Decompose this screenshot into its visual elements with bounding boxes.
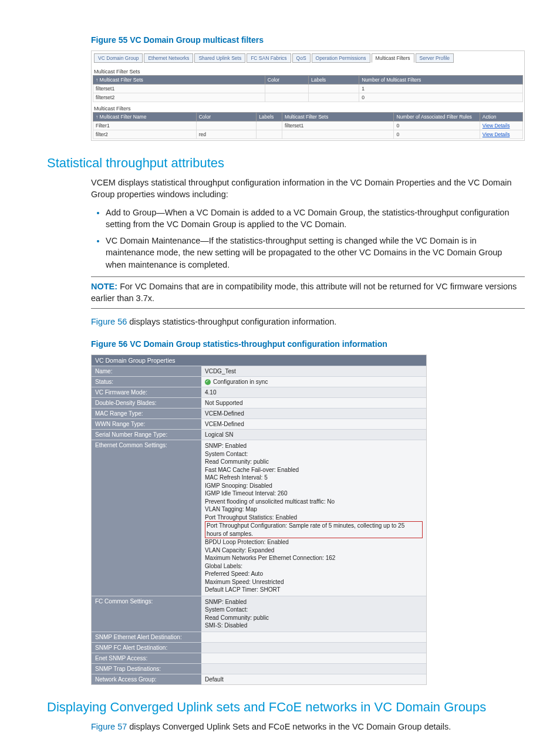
fig56-eth-label: Ethernet Common Settings: (92, 440, 201, 596)
fig55-t2-header[interactable]: Action (480, 113, 522, 121)
fig55-table-filters: ↑ Multicast Filter NameColorLabelsMultic… (93, 112, 523, 139)
fig56-eth-line: Prevent flooding of unsolicited multicas… (205, 498, 423, 506)
view-details-link[interactable]: View Details (483, 131, 510, 137)
fig55-section2-label: Multicast Filters (93, 102, 523, 112)
note-block: NOTE: For VC Domains that are in compati… (91, 276, 525, 309)
fig56-lead-rest: displays statistics-throughput configura… (127, 317, 336, 326)
fig57-lead-rest: displays Converged Uplink Sets and FCoE … (127, 722, 451, 731)
fig56-eth-line: Maximum Networks Per Ethernet Connection… (205, 554, 423, 562)
list-item: VC Domain Maintenance—If the statistics-… (106, 235, 525, 271)
cell (257, 130, 282, 139)
cell[interactable]: View Details (480, 130, 522, 139)
cell (265, 85, 308, 93)
cell: filterset2 (93, 93, 265, 102)
fig56-eth-highlighted-line: Port Throughput Configuration: Sample ra… (205, 521, 423, 538)
section-title-converged: Displaying Converged Uplink sets and FCo… (47, 700, 525, 715)
fig56-fc-line: Read Community: public (205, 614, 423, 622)
fig56-fc-line: SNMP: Enabled (205, 598, 423, 606)
fig56-eth-line: Preferred Speed: Auto (205, 570, 423, 578)
cell: 0 (394, 130, 480, 139)
cell: filter2 (93, 130, 197, 139)
fig56-label: MAC Range Type: (92, 409, 201, 418)
fig55-t2-header[interactable]: Color (196, 113, 256, 121)
fig56-value (201, 664, 426, 674)
view-details-link[interactable]: View Details (483, 123, 510, 129)
fig56-value (201, 643, 426, 653)
fig56-value: VCEM-Defined (201, 409, 426, 418)
cell: Filter1 (93, 121, 197, 130)
cell: filterset1 (282, 121, 394, 130)
fig56-row-fc: FC Common Settings: SNMP: EnabledSystem … (92, 596, 426, 632)
fig55-tab-0[interactable]: VC Domain Group (94, 53, 143, 63)
fig56-row: MAC Range Type:VCEM-Defined (92, 408, 426, 418)
cell: 0 (394, 121, 480, 130)
fig56-row: Network Access Group:Default (92, 674, 426, 684)
fig55-tab-3[interactable]: FC SAN Fabrics (247, 53, 291, 63)
section-title-statistical: Statistical throughput attributes (47, 156, 525, 171)
fig56-row: SNMP FC Alert Destination: (92, 642, 426, 653)
fig56-row: WWN Range Type:VCEM-Defined (92, 418, 426, 429)
table-row: Filter1filterset10View Details (93, 121, 523, 130)
fig56-label: VC Firmware Mode: (92, 387, 201, 397)
fig56-eth-line: Maximum Speed: Unrestricted (205, 578, 423, 586)
figure-55-caption: Figure 55 VC Domain Group multicast filt… (91, 35, 525, 45)
fig55-t1-header[interactable]: Labels (309, 76, 359, 85)
table-row: filterset11 (93, 85, 523, 93)
fig56-panel-title: VC Domain Group Properties (92, 355, 426, 366)
fig55-tab-4[interactable]: QoS (292, 53, 311, 63)
fig56-value: VCDG_Test (201, 366, 426, 376)
fig56-label: Serial Number Range Type: (92, 430, 201, 440)
fig56-value (201, 632, 426, 642)
fig55-tab-2[interactable]: Shared Uplink Sets (194, 53, 245, 63)
fig56-fc-label: FC Common Settings: (92, 596, 201, 632)
fig55-table-filtersets: ↑ Multicast Filter SetsColorLabelsNumber… (93, 75, 523, 102)
figure-56-screenshot: VC Domain Group Properties Name:VCDG_Tes… (91, 355, 427, 685)
fig56-row: VC Firmware Mode:4.10 (92, 387, 426, 397)
fig56-eth-line: System Contact: (205, 450, 423, 458)
fig55-t1-header[interactable]: ↑ Multicast Filter Sets (93, 76, 265, 85)
fig56-label: Network Access Group: (92, 674, 201, 684)
fig55-tab-6[interactable]: Multicast Filters (372, 53, 414, 63)
cell: filterset1 (93, 85, 265, 93)
fig55-t2-header[interactable]: Number of Associated Filter Rules (394, 113, 480, 121)
fig55-tabs: VC Domain GroupEthernet NetworksShared U… (93, 52, 523, 65)
status-ok-icon (205, 379, 211, 385)
fig56-label: WWN Range Type: (92, 419, 201, 429)
fig56-label: SNMP Ethernet Alert Destination: (92, 632, 201, 642)
fig57-link[interactable]: Figure 57 (91, 722, 127, 731)
cell (282, 130, 394, 139)
fig56-value: Not Supported (201, 398, 426, 408)
fig56-eth-line: MAC Refresh Interval: 5 (205, 474, 423, 482)
figure-55-screenshot: VC Domain GroupEthernet NetworksShared U… (91, 50, 525, 141)
fig55-t1-header[interactable]: Color (265, 76, 308, 85)
fig55-t2-header[interactable]: Multicast Filter Sets (282, 113, 394, 121)
fig56-eth-line: SNMP: Enabled (205, 442, 423, 450)
list-item: Add to Group—When a VC Domain is added t… (106, 207, 525, 231)
fig56-row: SNMP Ethernet Alert Destination: (92, 632, 426, 642)
fig56-fc-line: SMI-S: Disabled (205, 622, 423, 630)
fig56-value: 4.10 (201, 387, 426, 397)
fig56-row: Enet SNMP Access: (92, 653, 426, 663)
fig56-row-ethernet: Ethernet Common Settings: SNMP: EnabledS… (92, 440, 426, 596)
fig55-tab-1[interactable]: Ethernet Networks (144, 53, 193, 63)
fig56-value: Configuration in sync (201, 377, 426, 387)
fig55-t1-header[interactable]: Number of Multicast Filters (359, 76, 523, 85)
fig55-t2-header[interactable]: ↑ Multicast Filter Name (93, 113, 197, 121)
cell (257, 121, 282, 130)
fig56-row: Double-Density Blades:Not Supported (92, 397, 426, 408)
fig55-tab-7[interactable]: Server Profile (416, 53, 454, 63)
table-row: filterset20 (93, 93, 523, 102)
fig56-label: SNMP FC Alert Destination: (92, 643, 201, 653)
fig55-tab-5[interactable]: Operation Permissions (312, 53, 370, 63)
fig56-link[interactable]: Figure 56 (91, 317, 127, 326)
fig55-t2-header[interactable]: Labels (257, 113, 282, 121)
fig56-eth-line: Default LACP Timer: SHORT (205, 586, 423, 594)
fig56-eth-line: BPDU Loop Protection: Enabled (205, 538, 423, 546)
cell (309, 93, 359, 102)
fig56-row: SNMP Trap Destinations: (92, 663, 426, 674)
cell[interactable]: View Details (480, 121, 522, 130)
fig56-eth-line: Read Community: public (205, 458, 423, 466)
fig56-label: Enet SNMP Access: (92, 653, 201, 663)
cell (309, 85, 359, 93)
table-row: filter2red0View Details (93, 130, 523, 139)
